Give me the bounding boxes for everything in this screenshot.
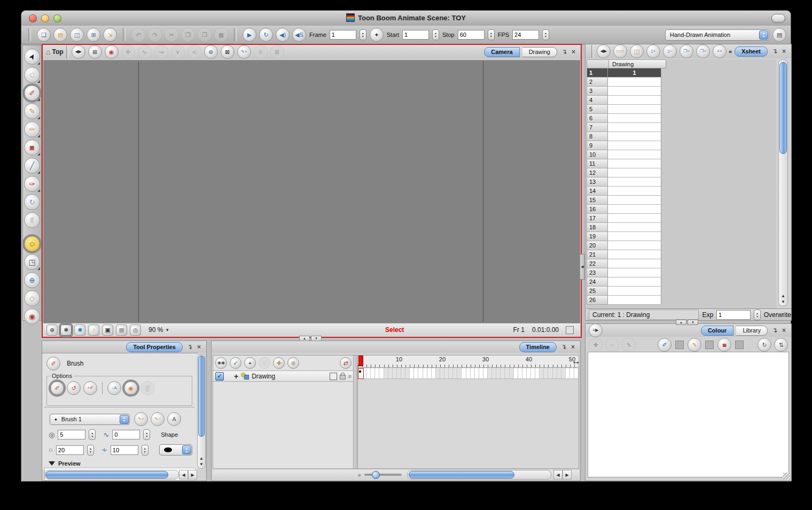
- stop-input[interactable]: [458, 30, 485, 40]
- loop-button[interactable]: ↻: [259, 28, 273, 42]
- xsheet-vertical-scrollbar[interactable]: ▲▼: [778, 59, 788, 306]
- symmetry-horizontal-button[interactable]: ≺: [188, 45, 201, 59]
- brush-colour-button[interactable]: ✐: [658, 338, 672, 352]
- frame-number-cell[interactable]: 2: [587, 78, 608, 87]
- reset-view-button[interactable]: ✣: [121, 45, 135, 59]
- fps-input[interactable]: [512, 30, 539, 40]
- xsheet-row[interactable]: 6: [587, 114, 776, 123]
- pan-columns-button[interactable]: ◀▶: [597, 44, 611, 58]
- reset-view-status-button[interactable]: ⊕: [46, 324, 58, 336]
- timeline-zoom-slider[interactable]: [364, 474, 402, 476]
- panel-menu-button[interactable]: ↴: [186, 343, 194, 351]
- drawing-cell[interactable]: [608, 123, 661, 132]
- frame-number-cell[interactable]: 13: [587, 177, 608, 187]
- tab-colour[interactable]: Colour: [701, 326, 733, 336]
- drawing-cell[interactable]: [608, 187, 661, 196]
- toolbar-overflow-button[interactable]: »: [729, 48, 732, 55]
- splitter-down-button[interactable]: ▼: [688, 320, 698, 325]
- frame-number-cell[interactable]: 7: [587, 123, 608, 132]
- drawing-cell[interactable]: [608, 250, 661, 259]
- frame-number-cell[interactable]: 23: [587, 268, 608, 277]
- tool-properties-vscroll[interactable]: ▲▼: [197, 354, 206, 469]
- zoom-window-button[interactable]: [53, 14, 61, 22]
- timeline-ruler[interactable]: 1020304050: [358, 356, 579, 368]
- line-tool-button[interactable]: ╱: [24, 158, 40, 174]
- drawing-cell[interactable]: [608, 296, 661, 305]
- panel-close-button[interactable]: ×: [780, 327, 788, 335]
- panel-menu-button[interactable]: ↴: [560, 343, 568, 351]
- frame-number-cell[interactable]: 22: [587, 259, 608, 268]
- xsheet-row[interactable]: 10: [587, 150, 776, 159]
- paint-colour-swatch[interactable]: [735, 341, 744, 349]
- delete-layer-button[interactable]: ◌: [259, 357, 270, 369]
- colour-list[interactable]: [588, 352, 789, 477]
- panel-close-button[interactable]: ×: [195, 343, 203, 351]
- smoothness-input[interactable]: [112, 430, 140, 439]
- drawing-cell[interactable]: [608, 177, 661, 187]
- layer-expand-icon[interactable]: +: [234, 372, 238, 381]
- undo-button[interactable]: ↶: [131, 28, 145, 42]
- duplicate-column-button[interactable]: ❐+: [696, 44, 710, 58]
- frame-number-cell[interactable]: 9: [587, 141, 608, 150]
- rotate-tool-button[interactable]: ◇: [24, 290, 40, 306]
- vertical-splitter[interactable]: ◀: [580, 254, 585, 280]
- drawing-cell[interactable]: [608, 268, 661, 277]
- add-stroke-mode-button[interactable]: +✐: [83, 381, 97, 395]
- scrollbar-arrows[interactable]: ▲▼: [779, 293, 787, 305]
- drawing-cell[interactable]: [608, 277, 661, 287]
- frame-number-cell[interactable]: 4: [587, 96, 608, 105]
- frame-number-cell[interactable]: 1: [587, 68, 608, 78]
- close-window-button[interactable]: [29, 14, 37, 22]
- colour-view-menu-button[interactable]: ≡▶: [589, 323, 603, 337]
- xsheet-row[interactable]: 22: [587, 259, 776, 268]
- drawing-cell[interactable]: [608, 232, 661, 241]
- zoom-level[interactable]: 90 %: [149, 326, 163, 334]
- drawing-cell[interactable]: [608, 132, 661, 141]
- min-size-stepper[interactable]: ▲▼: [89, 429, 96, 440]
- show-strokes-button[interactable]: ↝: [154, 45, 168, 59]
- frame-number-cell[interactable]: 8: [587, 132, 608, 141]
- frame-number-cell[interactable]: 19: [587, 232, 608, 241]
- grid-button[interactable]: ⊞: [88, 45, 102, 59]
- xsheet-row[interactable]: 4: [587, 96, 776, 105]
- safe-area-button[interactable]: ▣: [102, 324, 113, 336]
- timeline-hscroll[interactable]: [407, 470, 551, 480]
- xsheet-row[interactable]: 21: [587, 250, 776, 259]
- tab-timeline[interactable]: Timeline: [519, 342, 557, 352]
- dropper-tool-button[interactable]: ✑: [24, 176, 40, 192]
- brush-colour-swatch[interactable]: [675, 341, 684, 349]
- brush-shape-selector[interactable]: ▲▼: [159, 444, 192, 455]
- play-button[interactable]: ▶: [243, 28, 256, 42]
- frame-number-cell[interactable]: 20: [587, 241, 608, 250]
- deselect-button[interactable]: ▦: [214, 28, 228, 42]
- select-tool-button[interactable]: ➤: [24, 49, 40, 65]
- cut-button[interactable]: ✂: [165, 28, 178, 42]
- import-images-button[interactable]: ⇲: [103, 28, 117, 42]
- drawing-cell[interactable]: [608, 214, 661, 223]
- xsheet-row[interactable]: 8: [587, 132, 776, 141]
- frame-number-cell[interactable]: 5: [587, 105, 608, 114]
- right-horizontal-splitter[interactable]: ▲ ▼: [676, 320, 698, 325]
- show-control-points-button[interactable]: ∿: [138, 45, 152, 59]
- xsheet-row[interactable]: 11: [587, 159, 776, 168]
- brush-tool-button[interactable]: ✐: [24, 85, 40, 101]
- xsheet-row[interactable]: 3: [587, 87, 776, 96]
- new-brush-preset-button[interactable]: ✎+: [134, 412, 148, 426]
- xsheet-row[interactable]: 11: [587, 68, 776, 78]
- frame-stepper[interactable]: ▲▼: [360, 29, 366, 40]
- stop-stepper[interactable]: ▲▼: [488, 29, 495, 40]
- open-scene-button[interactable]: ▤: [53, 28, 67, 42]
- drawing-cell[interactable]: [608, 87, 661, 96]
- drawing-cell[interactable]: [608, 114, 661, 123]
- zoom-dropdown-icon[interactable]: ▼: [165, 328, 169, 333]
- xsheet-row[interactable]: 18: [587, 223, 776, 232]
- hscroll-arrows[interactable]: ◀▶: [553, 470, 572, 480]
- xsheet-row[interactable]: 15: [587, 196, 776, 205]
- xsheet-row[interactable]: 2: [587, 78, 776, 87]
- enable-all-layers-button[interactable]: ✓: [230, 357, 241, 369]
- overwrite-label[interactable]: Overwrite: [764, 311, 791, 319]
- sound-button[interactable]: ◀): [276, 28, 290, 42]
- frame-number-cell[interactable]: 3: [587, 87, 608, 96]
- paint-tool-button[interactable]: ◙: [24, 140, 40, 156]
- xsheet-column-header[interactable]: Drawing: [609, 59, 666, 68]
